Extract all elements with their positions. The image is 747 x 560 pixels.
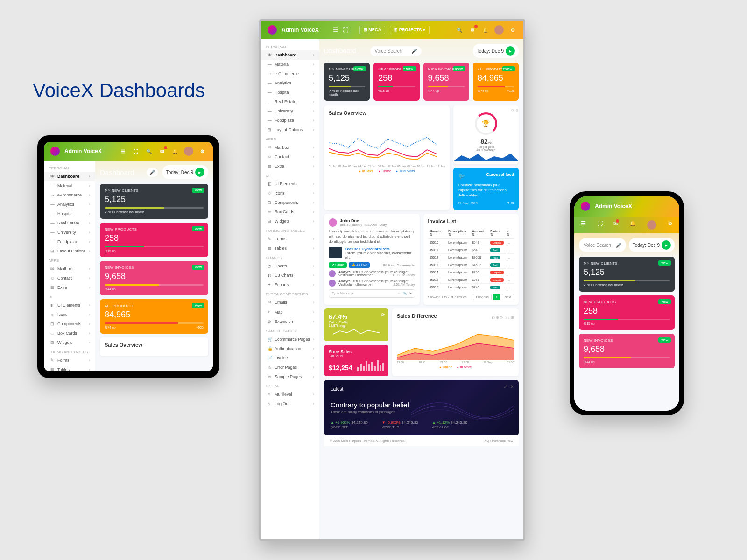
menu-icon[interactable]: ☰ <box>119 147 127 155</box>
sidebar-item-hospital[interactable]: —Hospital› <box>261 88 319 97</box>
sidebar-item-university[interactable]: —University› <box>44 228 95 237</box>
sidebar-item-error-pages[interactable]: ⚠Error Pages› <box>261 363 319 372</box>
sidebar-item-foodplaza[interactable]: —Foodplaza› <box>261 116 319 125</box>
fullscreen-icon[interactable]: ⛶ <box>132 147 140 155</box>
mail-icon[interactable]: ✉ <box>613 220 618 230</box>
sidebar-item-multilevel[interactable]: ≡Multilevel› <box>261 390 319 399</box>
like-button[interactable]: 👍 45 Like <box>349 262 370 268</box>
message-input[interactable]: Type Message☺📎➤ <box>329 289 415 298</box>
table-row[interactable]: 85016Lorem Ipsum$745Paid… <box>428 283 514 291</box>
sidebar-item-mailbox[interactable]: ✉Mailbox› <box>261 143 319 152</box>
sidebar-item-extra[interactable]: ▦Extra› <box>44 283 95 292</box>
sidebar-item-charts[interactable]: ◔Charts› <box>261 261 319 271</box>
fullscreen-icon[interactable]: ⛶ <box>597 220 603 230</box>
avatar[interactable] <box>184 147 193 156</box>
sidebar-item-forms[interactable]: ✎Forms› <box>261 234 319 244</box>
sidebar-item-material[interactable]: —Material› <box>261 60 319 69</box>
close-icon[interactable]: ✕ <box>510 385 514 389</box>
table-row[interactable]: 85014Lorem Ipsum$856Unpaid… <box>428 268 514 276</box>
sidebar-item-layout-options[interactable]: ⊞Layout Options› <box>261 125 319 134</box>
mail-icon[interactable]: ✉ <box>158 147 166 155</box>
sidebar-item-ui-elements[interactable]: ◧UI Elements› <box>261 179 319 189</box>
sidebar-item-ui-elements[interactable]: ◧UI Elements› <box>44 301 95 310</box>
sidebar-item-e-commerce[interactable]: →e-Commerce› <box>261 69 319 78</box>
sidebar-item-icons[interactable]: ☼Icons› <box>261 189 319 198</box>
bell-icon[interactable]: 🔔 <box>629 220 636 230</box>
sidebar-item-extension[interactable]: ⊕Extension› <box>261 317 319 326</box>
sidebar-item-tables[interactable]: ▦Tables› <box>261 244 319 253</box>
sidebar-item-hospital[interactable]: —Hospital› <box>44 209 95 218</box>
sidebar-item-layout-options[interactable]: ⊞Layout Options› <box>44 246 95 256</box>
sidebar-item-widgets[interactable]: ⊞Widgets› <box>261 217 319 226</box>
sidebar-item-box-cards[interactable]: ▭Box Cards› <box>261 207 319 217</box>
gear-icon[interactable]: ⚙ <box>668 220 673 230</box>
sidebar-item-university[interactable]: —University› <box>261 106 319 116</box>
avatar[interactable] <box>494 25 504 35</box>
sidebar-item-invoice[interactable]: 📄Invoice› <box>261 353 319 363</box>
sidebar-item-dashboard[interactable]: 👁Dashboard› <box>44 172 95 181</box>
avatar[interactable] <box>647 220 656 230</box>
sidebar-item-emails[interactable]: ✉Emails› <box>261 298 319 307</box>
sidebar-item-mailbox[interactable]: ✉Mailbox› <box>44 264 95 273</box>
nav-projects[interactable]: ⊞ PROJECTS ▾ <box>390 26 430 34</box>
voice-search-input[interactable]: Voice Search🎤 <box>579 238 626 252</box>
sidebar-item-extra[interactable]: ▦Extra› <box>261 161 319 171</box>
sidebar-item-foodplaza[interactable]: —Foodplaza› <box>44 237 95 246</box>
voice-icon[interactable]: 🎤 <box>147 168 158 177</box>
footer-links[interactable]: FAQ / Purchase Now <box>483 439 513 442</box>
gear-icon[interactable]: ⚙ <box>198 147 206 155</box>
sidebar-item-dashboard[interactable]: 👁Dashboard› <box>261 50 319 60</box>
bell-icon[interactable]: 🔔 <box>481 26 490 34</box>
chevron-right-icon: › <box>313 337 314 342</box>
sidebar-item-contact[interactable]: ☺Contact› <box>44 273 95 283</box>
sidebar-item-e-commerce[interactable]: →e-Commerce› <box>44 190 95 200</box>
sidebar-item-material[interactable]: —Material› <box>44 181 95 190</box>
sidebar-item-widgets[interactable]: ⊞Widgets› <box>44 338 95 347</box>
sidebar-item-map[interactable]: ⌖Map› <box>261 307 319 317</box>
sidebar-item-icons[interactable]: ☼Icons› <box>44 310 95 319</box>
sidebar-item-tables[interactable]: ▦Tables› <box>44 365 95 371</box>
search-icon[interactable]: 🔍 <box>145 147 153 155</box>
date-picker[interactable]: Today: Dec 9 ▸ <box>162 165 208 179</box>
sidebar-item-box-cards[interactable]: ▭Box Cards› <box>44 329 95 338</box>
date-picker[interactable]: Today: Dec 9 ▸ <box>629 238 675 252</box>
search-icon[interactable]: 🔍 <box>455 26 464 34</box>
table-row[interactable]: 85015Lorem Ipsum$956Unpaid… <box>428 276 514 283</box>
emoji-icon[interactable]: ☺ <box>397 292 401 295</box>
sidebar-item-real-estate[interactable]: —Real Estate› <box>44 218 95 228</box>
voice-search-input[interactable]: Voice Search🎤 <box>370 46 422 56</box>
refresh-icon[interactable]: ⟳ <box>381 312 385 317</box>
sidebar-item-authentication[interactable]: 🔒Authentication› <box>261 344 319 353</box>
sidebar-item-forms[interactable]: ✎Forms› <box>44 356 95 365</box>
sidebar-item-components[interactable]: ⊡Components› <box>44 319 95 329</box>
nav-mega[interactable]: ⊞ MEGA <box>359 26 386 34</box>
sidebar-item-components[interactable]: ⊡Components› <box>261 198 319 207</box>
next-button[interactable]: Next <box>502 294 514 300</box>
prev-button[interactable]: Previous <box>473 294 491 300</box>
table-row[interactable]: 85010Lorem Ipsum$548Unpaid… <box>428 238 514 246</box>
sidebar-item-echarts[interactable]: ✦Echarts› <box>261 280 319 289</box>
menu-icon[interactable]: ☰ <box>581 220 586 230</box>
page-1[interactable]: 1 <box>493 294 500 300</box>
sidebar-item-analytics[interactable]: —Analytics› <box>44 200 95 209</box>
bell-icon[interactable]: 🔔 <box>171 147 179 155</box>
expand-icon[interactable]: ⤢ <box>504 385 507 389</box>
fullscreen-icon[interactable]: ⛶ <box>343 27 348 33</box>
sidebar-item-analytics[interactable]: —Analytics› <box>261 78 319 88</box>
send-icon[interactable]: ➤ <box>409 292 412 295</box>
sidebar-item-real-estate[interactable]: —Real Estate› <box>261 97 319 106</box>
table-row[interactable]: 85011Lorem Ipsum$548Paid… <box>428 246 514 253</box>
gear-icon[interactable]: ⚙ <box>508 26 517 34</box>
attach-icon[interactable]: 📎 <box>403 292 407 295</box>
sidebar-item-log-out[interactable]: ⎋Log Out› <box>261 399 319 408</box>
share-button[interactable]: ↗ Share <box>329 262 347 268</box>
menu-icon[interactable]: ☰ <box>333 27 338 33</box>
sidebar-item-contact[interactable]: ☺Contact› <box>261 152 319 161</box>
mail-icon[interactable]: ✉ <box>468 26 477 34</box>
table-row[interactable]: 85012Lorem Ipsum$9658Paid… <box>428 253 514 261</box>
sidebar-item-c3-charts[interactable]: ◐C3 Charts› <box>261 271 319 280</box>
sidebar-item-sample-pages[interactable]: ▭Sample Pages› <box>261 372 319 381</box>
date-picker[interactable]: Today: Dec 9 ▸ <box>473 44 519 58</box>
table-row[interactable]: 85013Lorem Ipsum$4587Paid… <box>428 261 514 268</box>
sidebar-item-ecommerce-pages[interactable]: 🛒Ecommerce Pages› <box>261 335 319 344</box>
